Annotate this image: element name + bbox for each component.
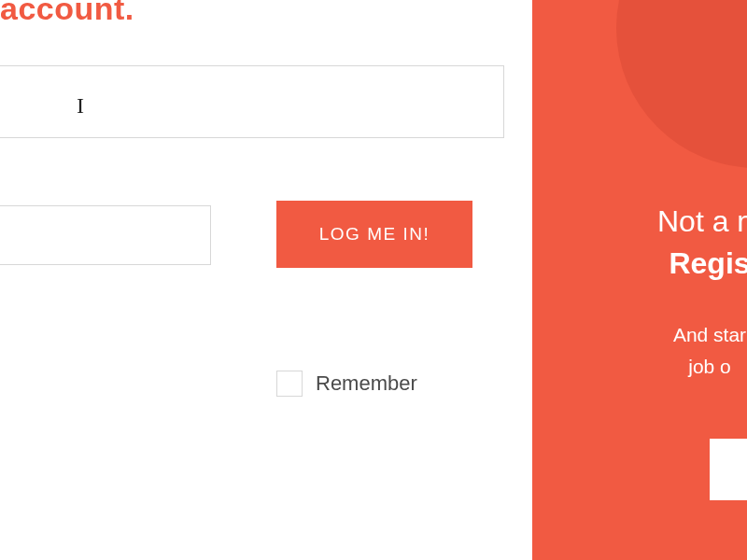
login-heading: account. xyxy=(0,0,134,27)
promo-subtext: And star job o xyxy=(588,319,747,382)
remember-checkbox[interactable] xyxy=(276,371,303,397)
decorative-circle xyxy=(616,0,747,168)
password-field[interactable] xyxy=(0,205,211,265)
remember-me: Remember xyxy=(276,371,417,397)
promo-line1-prefix: Not a xyxy=(657,204,737,238)
promo-sub-line1: And star xyxy=(673,324,746,345)
promo-sub-line2: job o xyxy=(688,356,731,377)
login-button[interactable]: LOG ME IN! xyxy=(276,201,472,268)
remember-label: Remember xyxy=(316,371,417,396)
promo-line2: Regis xyxy=(669,246,747,280)
register-button[interactable] xyxy=(710,439,747,500)
login-panel: account. I LOG ME IN! Remember xyxy=(0,0,532,560)
promo-line1-rest: m xyxy=(737,204,747,238)
register-promo-panel: Not a m Regis And star job o xyxy=(532,0,747,560)
promo-heading: Not a m Regis xyxy=(588,201,747,285)
username-field[interactable] xyxy=(0,65,504,138)
